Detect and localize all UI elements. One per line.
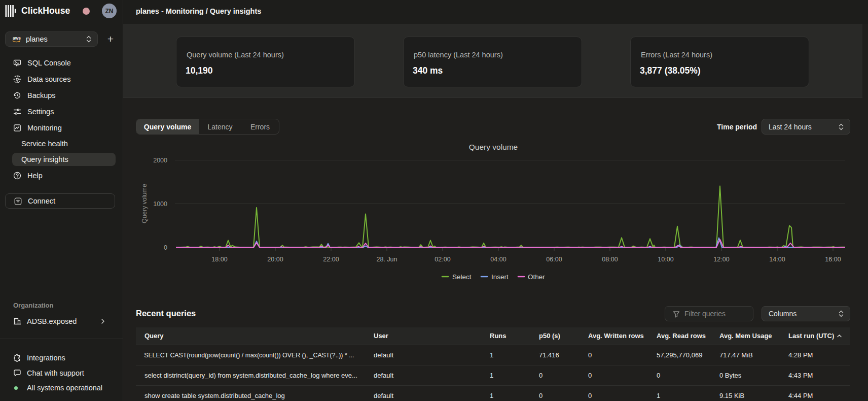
svg-text:08:00: 08:00	[602, 256, 618, 263]
svg-text:0: 0	[164, 244, 167, 251]
svg-text:1000: 1000	[153, 201, 167, 208]
svg-text:Query volume: Query volume	[141, 184, 148, 223]
svg-text:Insert: Insert	[491, 273, 509, 281]
svg-text:Other: Other	[528, 273, 545, 281]
svg-text:12:00: 12:00	[713, 256, 729, 263]
svg-text:10:00: 10:00	[658, 256, 673, 263]
svg-text:Select: Select	[452, 273, 472, 281]
svg-text:16:00: 16:00	[825, 256, 841, 263]
svg-text:02:00: 02:00	[435, 256, 450, 263]
svg-text:14:00: 14:00	[769, 256, 785, 263]
svg-text:20:00: 20:00	[267, 256, 283, 263]
svg-text:04:00: 04:00	[490, 256, 506, 263]
svg-text:Query volume: Query volume	[469, 143, 518, 151]
svg-text:06:00: 06:00	[546, 256, 562, 263]
svg-text:2000: 2000	[153, 157, 167, 164]
svg-text:28. Jun: 28. Jun	[376, 256, 397, 263]
svg-text:18:00: 18:00	[211, 256, 227, 263]
svg-text:22:00: 22:00	[323, 256, 339, 263]
svg-text:aws: aws	[13, 36, 21, 41]
